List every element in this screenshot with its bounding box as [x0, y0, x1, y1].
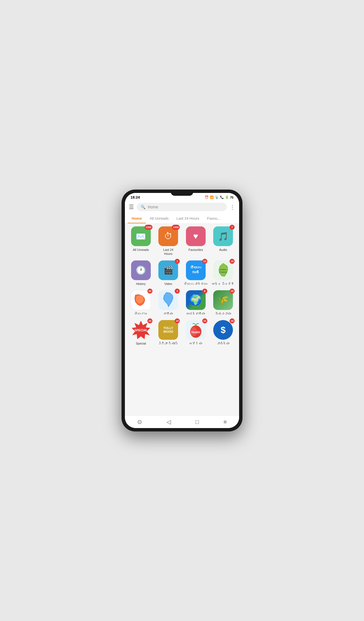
alarm-icon: ⏰ — [205, 195, 209, 199]
icon-wrap-video: 🎬 1 — [158, 260, 178, 280]
grid-item-business[interactable]: $ 10 వాణిజ్యం — [210, 320, 236, 345]
grid-item-andhra-pradesh[interactable]: Andhra Pradesh 10 ఆంధ్ర ప్రదేశ్ — [210, 260, 236, 286]
grid-item-international[interactable]: 🌍 8 అంతర్జాతీయం — [183, 290, 208, 316]
ap-map-svg: Andhra Pradesh — [216, 262, 230, 279]
label-audio: Audio — [219, 248, 227, 252]
icon-wrap-health: Health 10 — [186, 320, 206, 340]
label-andhra-pradesh: ఆంధ్ర ప్రదేశ్ — [212, 282, 234, 286]
nav-menu-icon[interactable]: ≡ — [224, 419, 227, 425]
label-last24: Last 24Hours — [163, 248, 173, 256]
grid-item-health[interactable]: Health 10 ఆరోగ్యం — [183, 320, 208, 345]
icon-wrap-cinema-news: TOLLYWOOD 10 — [158, 320, 178, 340]
svg-text:Health: Health — [191, 331, 200, 334]
search-bar[interactable]: 🔍 Home — [137, 203, 227, 211]
svg-text:Andhra: Andhra — [220, 269, 226, 271]
label-history: History — [136, 282, 146, 286]
tollywood-text: TOLLYWOOD — [163, 326, 173, 334]
label-cinema-news: సినిమా న్యూస్ — [158, 341, 178, 345]
label-international: అంతర్జాతీయం — [186, 312, 205, 316]
badge-cinema-news: 10 — [175, 318, 180, 323]
badge-health: 10 — [202, 318, 207, 323]
special-starburst-svg: SPECIAL — [131, 320, 151, 340]
grid-item-cinema-news[interactable]: TOLLYWOOD 10 సినిమా న్యూస్ — [156, 320, 181, 345]
signal-icon: 📶 — [210, 195, 214, 199]
grid-item-national[interactable]: 4 జాతీయం — [156, 290, 181, 316]
phone-frame: 18:24 ⏰ 📶 📡 📞 🔋 75 ☰ 🔍 Home ⋮ Home All U… — [122, 190, 242, 431]
badge-video: 1 — [175, 259, 180, 264]
search-icon: 🔍 — [141, 205, 145, 209]
tab-last-24-hours[interactable]: Last 24 Hours — [172, 213, 203, 223]
india-map-svg — [161, 292, 175, 309]
health-bg: Health — [186, 320, 206, 340]
grid-item-audio[interactable]: 🎵 7 Audio — [210, 226, 236, 256]
label-telugu-today: తెలుగు వార్తలు — [184, 282, 207, 286]
badge-andhra-pradesh: 10 — [230, 259, 235, 264]
grid-item-telangana[interactable]: 30 తెలంగాణ — [128, 290, 154, 316]
grid-item-favourites[interactable]: ♥ Favourites — [183, 226, 208, 256]
icon-wrap-last24: ⏱ 1308 — [158, 226, 178, 246]
svg-text:SPECIAL: SPECIAL — [134, 328, 148, 332]
badge-audio: 7 — [230, 225, 235, 230]
icon-wrap-andhra-pradesh: Andhra Pradesh 10 — [213, 260, 233, 280]
grid-item-video[interactable]: 🎬 1 Video — [156, 260, 181, 286]
icon-wrap-agriculture: 🌾 25 — [213, 290, 233, 310]
badge-international: 8 — [202, 289, 207, 294]
icon-wrap-special: SPECIAL 10 — [131, 320, 151, 340]
grid-item-special[interactable]: SPECIAL 10 Special — [128, 320, 154, 345]
more-options-icon[interactable]: ⋮ — [230, 204, 235, 210]
phone-icon: 📞 — [220, 195, 224, 199]
grid-row-3: 30 తెలంగాణ 4 జాతీయం — [127, 290, 237, 316]
label-all-unreads: All Unreads — [133, 248, 149, 252]
tab-all-unreads[interactable]: All Unreads — [146, 213, 172, 223]
svg-text:Pradesh: Pradesh — [219, 271, 227, 273]
battery-level: 75 — [230, 196, 233, 199]
nav-back-icon[interactable]: ◁ — [167, 418, 171, 425]
icon-wrap-telangana: 30 — [131, 290, 151, 310]
grid-row-2: 🕐 History 🎬 1 Video — [127, 260, 237, 286]
grid-item-last24[interactable]: ⏱ 1308 Last 24Hours — [156, 226, 181, 256]
badge-special: 10 — [147, 318, 152, 323]
status-icons: ⏰ 📶 📡 📞 🔋 75 — [205, 195, 233, 199]
badge-telangana: 30 — [147, 289, 152, 294]
label-national: జాతీయం — [163, 312, 173, 316]
badge-last24: 1308 — [172, 225, 180, 230]
grid-row-4: SPECIAL 10 Special TOLLYWOOD 10 — [127, 320, 237, 345]
battery-icon: 🔋 — [225, 195, 229, 199]
label-telangana: తెలంగాణ — [134, 312, 147, 316]
phone-notch — [171, 190, 193, 196]
badge-business: 10 — [230, 318, 235, 323]
content-area: ✉️ 1308 All Unreads ⏱ 1308 Last 24Hours — [125, 224, 239, 415]
badge-agriculture: 25 — [230, 289, 235, 294]
tab-favourites[interactable]: Favou... — [203, 213, 224, 223]
hamburger-menu[interactable]: ☰ — [129, 204, 134, 210]
globe-bg: 🌍 — [186, 290, 206, 310]
phone-screen: 18:24 ⏰ 📶 📡 📞 🔋 75 ☰ 🔍 Home ⋮ Home All U… — [125, 193, 239, 428]
icon-wrap-favourites: ♥ — [186, 226, 206, 246]
badge-all-unreads: 1308 — [145, 225, 152, 230]
grid-item-telugu-today[interactable]: తెలుగుటుడే 10 తెలుగు వార్తలు — [183, 260, 208, 286]
label-agriculture: వ్యవసాయం — [215, 312, 231, 316]
label-special: Special — [136, 341, 146, 345]
grid-item-all-unreads[interactable]: ✉️ 1308 All Unreads — [128, 226, 154, 256]
dollar-bg: $ — [213, 320, 233, 340]
tab-home[interactable]: Home — [128, 213, 146, 223]
grid-row-1: ✉️ 1308 All Unreads ⏱ 1308 Last 24Hours — [127, 226, 237, 256]
tollywood-bg: TOLLYWOOD — [158, 320, 178, 340]
nav-square-icon[interactable]: □ — [196, 419, 199, 425]
icon-wrap-telugu-today: తెలుగుటుడే 10 — [186, 260, 206, 280]
label-business: వాణిజ్యం — [217, 341, 230, 345]
icon-wrap-history: 🕐 — [131, 260, 151, 280]
telangana-map-svg — [133, 292, 149, 308]
icon-wrap-national: 4 — [158, 290, 178, 310]
grid-item-agriculture[interactable]: 🌾 25 వ్యవసాయం — [210, 290, 236, 316]
globe-emoji: 🌍 — [189, 294, 202, 306]
status-time: 18:24 — [131, 195, 140, 199]
search-placeholder: Home — [148, 205, 158, 209]
nav-circle-icon[interactable]: ⊙ — [137, 418, 142, 425]
grid-item-history[interactable]: 🕐 History — [128, 260, 154, 286]
dollar-sign: $ — [221, 325, 226, 335]
icon-wrap-audio: 🎵 7 — [213, 226, 233, 246]
badge-telugu-today: 10 — [202, 259, 207, 264]
icon-wrap-all-unreads: ✉️ 1308 — [131, 226, 151, 246]
tabs-bar: Home All Unreads Last 24 Hours Favou... — [125, 213, 239, 224]
